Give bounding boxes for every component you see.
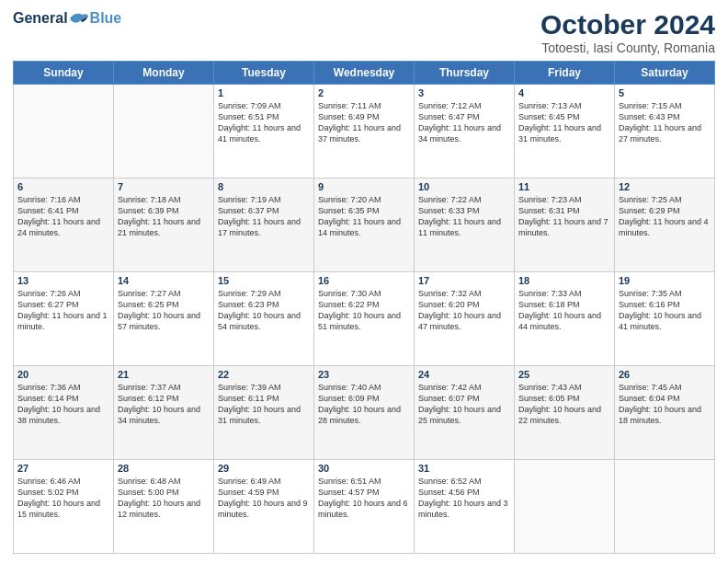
calendar-cell: 21Sunrise: 7:37 AM Sunset: 6:12 PM Dayli…: [114, 366, 214, 460]
day-number: 17: [418, 275, 510, 286]
cell-content: Sunrise: 7:16 AM Sunset: 6:41 PM Dayligh…: [17, 194, 109, 239]
title-block: October 2024 Totoesti, Iasi County, Roma…: [540, 9, 715, 55]
cell-content: Sunrise: 6:46 AM Sunset: 5:02 PM Dayligh…: [17, 476, 109, 521]
day-header-monday: Monday: [114, 62, 214, 85]
calendar-cell: 1Sunrise: 7:09 AM Sunset: 6:51 PM Daylig…: [214, 85, 314, 178]
cell-content: Sunrise: 7:26 AM Sunset: 6:27 PM Dayligh…: [17, 288, 109, 333]
day-number: 18: [518, 275, 610, 286]
calendar-week-5: 27Sunrise: 6:46 AM Sunset: 5:02 PM Dayli…: [14, 460, 715, 554]
day-header-tuesday: Tuesday: [214, 62, 314, 85]
day-header-wednesday: Wednesday: [314, 62, 415, 85]
day-number: 19: [619, 275, 711, 286]
day-number: 16: [318, 275, 410, 286]
day-number: 30: [318, 463, 410, 474]
calendar-cell: 8Sunrise: 7:19 AM Sunset: 6:37 PM Daylig…: [214, 178, 314, 272]
calendar-cell: 29Sunrise: 6:49 AM Sunset: 4:59 PM Dayli…: [214, 460, 314, 554]
cell-content: Sunrise: 7:09 AM Sunset: 6:51 PM Dayligh…: [218, 100, 310, 145]
calendar-cell: 17Sunrise: 7:32 AM Sunset: 6:20 PM Dayli…: [415, 272, 515, 366]
header: General Blue October 2024 Totoesti, Iasi…: [13, 9, 715, 55]
calendar-cell: [615, 460, 715, 554]
day-number: 29: [218, 463, 310, 474]
cell-content: Sunrise: 7:12 AM Sunset: 6:47 PM Dayligh…: [418, 100, 510, 145]
calendar-cell: 25Sunrise: 7:43 AM Sunset: 6:05 PM Dayli…: [515, 366, 615, 460]
calendar-week-2: 6Sunrise: 7:16 AM Sunset: 6:41 PM Daylig…: [14, 178, 715, 272]
day-number: 6: [17, 181, 109, 192]
calendar-cell: 13Sunrise: 7:26 AM Sunset: 6:27 PM Dayli…: [14, 272, 114, 366]
calendar-cell: 30Sunrise: 6:51 AM Sunset: 4:57 PM Dayli…: [314, 460, 415, 554]
cell-content: Sunrise: 7:42 AM Sunset: 6:07 PM Dayligh…: [418, 382, 510, 427]
calendar-cell: 16Sunrise: 7:30 AM Sunset: 6:22 PM Dayli…: [314, 272, 415, 366]
calendar-cell: 27Sunrise: 6:46 AM Sunset: 5:02 PM Dayli…: [14, 460, 114, 554]
calendar-week-4: 20Sunrise: 7:36 AM Sunset: 6:14 PM Dayli…: [14, 366, 715, 460]
cell-content: Sunrise: 7:43 AM Sunset: 6:05 PM Dayligh…: [518, 382, 610, 427]
day-number: 20: [17, 369, 109, 380]
calendar-cell: 19Sunrise: 7:35 AM Sunset: 6:16 PM Dayli…: [615, 272, 715, 366]
calendar-cell: 23Sunrise: 7:40 AM Sunset: 6:09 PM Dayli…: [314, 366, 415, 460]
day-number: 27: [17, 463, 109, 474]
logo-bird-icon: [68, 9, 90, 28]
calendar-cell: 2Sunrise: 7:11 AM Sunset: 6:49 PM Daylig…: [314, 85, 415, 178]
logo-general: General: [13, 10, 68, 27]
calendar-cell: 5Sunrise: 7:15 AM Sunset: 6:43 PM Daylig…: [615, 85, 715, 178]
day-header-friday: Friday: [515, 62, 615, 85]
cell-content: Sunrise: 6:48 AM Sunset: 5:00 PM Dayligh…: [118, 476, 210, 521]
calendar-cell: 9Sunrise: 7:20 AM Sunset: 6:35 PM Daylig…: [314, 178, 415, 272]
calendar-cell: 20Sunrise: 7:36 AM Sunset: 6:14 PM Dayli…: [14, 366, 114, 460]
calendar-cell: 3Sunrise: 7:12 AM Sunset: 6:47 PM Daylig…: [415, 85, 515, 178]
day-number: 26: [619, 369, 711, 380]
calendar-header-row: SundayMondayTuesdayWednesdayThursdayFrid…: [14, 62, 715, 85]
cell-content: Sunrise: 7:35 AM Sunset: 6:16 PM Dayligh…: [619, 288, 711, 333]
cell-content: Sunrise: 7:22 AM Sunset: 6:33 PM Dayligh…: [418, 194, 510, 239]
calendar-cell: 22Sunrise: 7:39 AM Sunset: 6:11 PM Dayli…: [214, 366, 314, 460]
cell-content: Sunrise: 6:49 AM Sunset: 4:59 PM Dayligh…: [218, 476, 310, 521]
day-header-thursday: Thursday: [415, 62, 515, 85]
calendar-cell: 18Sunrise: 7:33 AM Sunset: 6:18 PM Dayli…: [515, 272, 615, 366]
day-number: 11: [518, 181, 610, 192]
calendar-cell: 11Sunrise: 7:23 AM Sunset: 6:31 PM Dayli…: [515, 178, 615, 272]
cell-content: Sunrise: 7:23 AM Sunset: 6:31 PM Dayligh…: [518, 194, 610, 239]
cell-content: Sunrise: 7:37 AM Sunset: 6:12 PM Dayligh…: [118, 382, 210, 427]
day-number: 31: [418, 463, 510, 474]
cell-content: Sunrise: 7:40 AM Sunset: 6:09 PM Dayligh…: [318, 382, 410, 427]
day-number: 7: [118, 181, 210, 192]
day-number: 14: [118, 275, 210, 286]
day-number: 25: [518, 369, 610, 380]
calendar-cell: 10Sunrise: 7:22 AM Sunset: 6:33 PM Dayli…: [415, 178, 515, 272]
day-header-sunday: Sunday: [14, 62, 114, 85]
calendar-cell: [515, 460, 615, 554]
cell-content: Sunrise: 7:18 AM Sunset: 6:39 PM Dayligh…: [118, 194, 210, 239]
calendar-cell: 24Sunrise: 7:42 AM Sunset: 6:07 PM Dayli…: [415, 366, 515, 460]
cell-content: Sunrise: 6:51 AM Sunset: 4:57 PM Dayligh…: [318, 476, 410, 521]
calendar-cell: 26Sunrise: 7:45 AM Sunset: 6:04 PM Dayli…: [615, 366, 715, 460]
day-number: 21: [118, 369, 210, 380]
cell-content: Sunrise: 7:36 AM Sunset: 6:14 PM Dayligh…: [17, 382, 109, 427]
calendar-week-1: 1Sunrise: 7:09 AM Sunset: 6:51 PM Daylig…: [14, 85, 715, 178]
calendar-cell: [114, 85, 214, 178]
cell-content: Sunrise: 7:19 AM Sunset: 6:37 PM Dayligh…: [218, 194, 310, 239]
calendar-cell: 7Sunrise: 7:18 AM Sunset: 6:39 PM Daylig…: [114, 178, 214, 272]
calendar-cell: 4Sunrise: 7:13 AM Sunset: 6:45 PM Daylig…: [515, 85, 615, 178]
cell-content: Sunrise: 7:29 AM Sunset: 6:23 PM Dayligh…: [218, 288, 310, 333]
cell-content: Sunrise: 7:45 AM Sunset: 6:04 PM Dayligh…: [619, 382, 711, 427]
cell-content: Sunrise: 7:32 AM Sunset: 6:20 PM Dayligh…: [418, 288, 510, 333]
calendar-cell: 14Sunrise: 7:27 AM Sunset: 6:25 PM Dayli…: [114, 272, 214, 366]
day-number: 4: [518, 87, 610, 98]
day-number: 15: [218, 275, 310, 286]
cell-content: Sunrise: 7:25 AM Sunset: 6:29 PM Dayligh…: [619, 194, 711, 239]
main-title: October 2024: [540, 9, 715, 40]
day-number: 8: [218, 181, 310, 192]
calendar-cell: 15Sunrise: 7:29 AM Sunset: 6:23 PM Dayli…: [214, 272, 314, 366]
cell-content: Sunrise: 7:15 AM Sunset: 6:43 PM Dayligh…: [619, 100, 711, 145]
calendar-cell: 31Sunrise: 6:52 AM Sunset: 4:56 PM Dayli…: [415, 460, 515, 554]
day-number: 24: [418, 369, 510, 380]
day-number: 2: [318, 87, 410, 98]
day-number: 22: [218, 369, 310, 380]
cell-content: Sunrise: 7:20 AM Sunset: 6:35 PM Dayligh…: [318, 194, 410, 239]
cell-content: Sunrise: 7:27 AM Sunset: 6:25 PM Dayligh…: [118, 288, 210, 333]
cell-content: Sunrise: 6:52 AM Sunset: 4:56 PM Dayligh…: [418, 476, 510, 521]
day-number: 10: [418, 181, 510, 192]
logo-blue: Blue: [90, 10, 122, 27]
cell-content: Sunrise: 7:13 AM Sunset: 6:45 PM Dayligh…: [518, 100, 610, 145]
day-number: 5: [619, 87, 711, 98]
calendar-table: SundayMondayTuesdayWednesdayThursdayFrid…: [13, 61, 715, 554]
